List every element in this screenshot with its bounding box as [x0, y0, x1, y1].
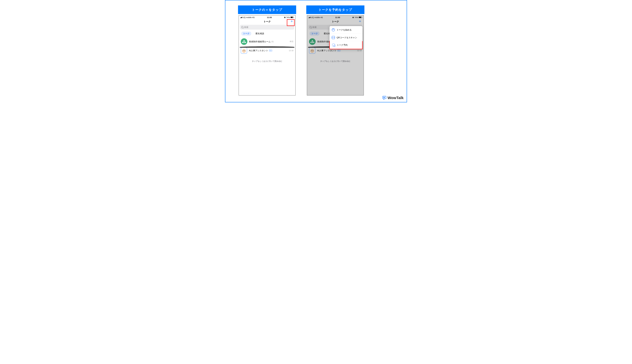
clock: 11:03 [267, 16, 272, 18]
chat-list: 動画制作連絡用ルーム (5) 昨日 AI人事アシスタント Bot [239, 37, 296, 55]
segmented-tabs: トーク 匿名相談 [239, 30, 296, 37]
chat-bubble-icon [332, 28, 335, 31]
highlight-box-plus [287, 19, 295, 26]
search-placeholder: 検索 [244, 26, 248, 29]
chat-title: AI人事アシスタント [249, 49, 268, 52]
clock: 11:03 [335, 16, 340, 18]
column-right: トークを予約をタップ UQ mobile 4G 11:03 ◉ 74% [306, 6, 364, 96]
battery-icon [359, 16, 362, 18]
nav-title: トーク [307, 20, 364, 23]
menu-item-start-talk[interactable]: トークを始める [330, 26, 362, 34]
battery-pct: 74% [354, 16, 358, 18]
signal-icon [308, 16, 310, 18]
bot-badge: Bot [337, 50, 341, 52]
battery-pct: 74% [286, 16, 290, 18]
group-avatar-icon [241, 38, 247, 45]
pull-to-refresh-hint: タップもしくは上に引いて読み込む [239, 60, 296, 62]
chat-time: 昨日 [290, 40, 293, 43]
search-icon [310, 26, 312, 28]
menu-item-scan-qr[interactable]: QRコードをスキャン [330, 34, 362, 41]
search-icon [241, 26, 243, 28]
group-avatar-icon [309, 38, 316, 45]
menu-label: トーク予約 [337, 44, 348, 46]
banner-right: トークを予約をタップ [306, 6, 364, 14]
network-label: 4G [252, 16, 255, 18]
list-item[interactable]: 動画制作連絡用ルーム (5) 昨日 [239, 37, 296, 46]
chat-time: 12-18 [357, 50, 362, 52]
phone-left: UQ mobile 4G 11:03 ◉ 74% トーク ＋ [239, 15, 296, 96]
brand-logo: WowTalk [382, 96, 404, 100]
wowtalk-icon [382, 96, 386, 100]
brand-text: WowTalk [388, 96, 404, 100]
chat-title: 動画制作連絡用ルーム [249, 40, 270, 43]
nav-bar: トーク ＋ [307, 19, 364, 24]
location-services-icon: ◉ [352, 16, 354, 18]
column-left: トークの＋をタップ UQ mobile 4G 11:03 ◉ 74% [238, 6, 296, 96]
battery-icon [290, 16, 294, 18]
tab-talk[interactable]: トーク [241, 32, 251, 36]
add-button[interactable]: ＋ [358, 19, 362, 23]
tab-talk[interactable]: トーク [310, 32, 320, 36]
bot-avatar-icon [241, 48, 247, 54]
search-input[interactable]: 検索 [240, 25, 294, 30]
list-item[interactable]: AI人事アシスタント Bot 12-18 [239, 46, 296, 55]
carrier-label: UQ mobile [243, 16, 252, 18]
pull-to-refresh-hint: タップもしくは上に引いて読み込む [307, 60, 364, 62]
search-placeholder: 検索 [312, 26, 317, 29]
status-bar: UQ mobile 4G 11:03 ◉ 74% [239, 16, 296, 19]
phone-right: UQ mobile 4G 11:03 ◉ 74% トーク ＋ [307, 15, 364, 96]
banner-left: トークの＋をタップ [238, 6, 296, 14]
bot-avatar-icon [309, 48, 315, 54]
signal-icon [240, 16, 242, 18]
menu-label: QRコードをスキャン [336, 36, 357, 39]
network-label: 4G [320, 16, 323, 18]
chat-time: 12-18 [289, 50, 293, 52]
chat-title: AI人事アシスタント [317, 49, 336, 52]
add-menu-popover: トークを始める QRコードをスキャン トーク予約 [330, 26, 362, 49]
chat-count: (5) [272, 40, 274, 42]
carrier-label: UQ mobile [311, 16, 320, 18]
bot-badge: Bot [269, 50, 272, 52]
location-services-icon: ◉ [284, 16, 286, 18]
status-bar: UQ mobile 4G 11:03 ◉ 74% [307, 16, 364, 19]
tab-anonymous[interactable]: 匿名相談 [256, 32, 264, 35]
qr-scan-icon [332, 36, 335, 39]
chat-schedule-icon [332, 44, 335, 46]
menu-label: トークを始める [336, 28, 352, 31]
slide-canvas: トークの＋をタップ UQ mobile 4G 11:03 ◉ 74% [225, 0, 407, 102]
menu-item-reserve-talk[interactable]: トーク予約 [329, 41, 363, 49]
